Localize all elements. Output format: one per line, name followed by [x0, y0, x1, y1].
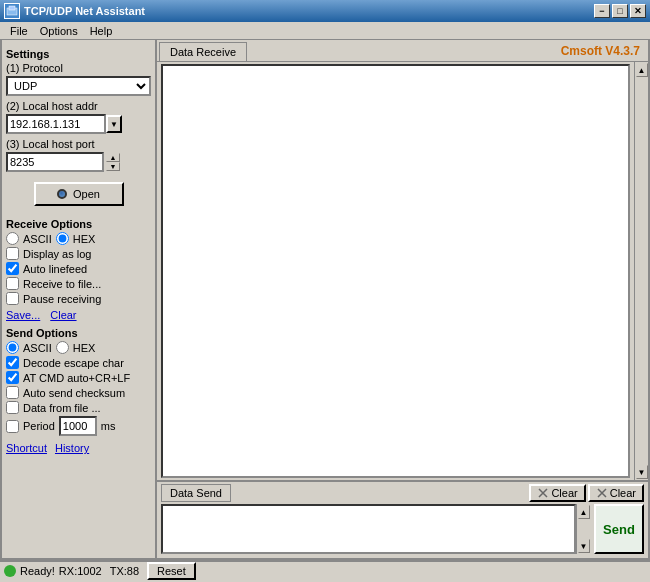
status-icon [4, 565, 16, 577]
send-ascii-label: ASCII [23, 342, 52, 354]
maximize-button[interactable]: □ [612, 4, 628, 18]
left-panel: Settings (1) Protocol UDP TCP Client TCP… [2, 40, 157, 558]
period-unit: ms [101, 420, 116, 432]
display-log-label: Display as log [23, 248, 91, 260]
app-icon [4, 3, 20, 19]
port-spin-up[interactable]: ▲ [106, 153, 120, 162]
receive-area-wrap: ▲ ▼ [157, 62, 648, 480]
send-hex-label: HEX [73, 342, 96, 354]
send-button[interactable]: Send [594, 504, 644, 554]
pause-receiving-label: Pause receiving [23, 293, 101, 305]
local-port-label: (3) Local host port [6, 138, 151, 150]
tx-count: TX:88 [110, 565, 139, 577]
ascii-radio[interactable] [6, 232, 19, 245]
reset-button[interactable]: Reset [147, 562, 196, 580]
clear-icon1 [537, 487, 549, 499]
at-cmd-checkbox[interactable] [6, 371, 19, 384]
data-send-section: Data Send Clear Clear [157, 480, 648, 558]
send-scroll-down[interactable]: ▼ [578, 539, 590, 553]
receive-options: Receive Options ASCII HEX Display as log… [6, 218, 151, 321]
send-ascii-radio[interactable] [6, 341, 19, 354]
auto-checksum-checkbox[interactable] [6, 386, 19, 399]
pause-receiving-checkbox[interactable] [6, 292, 19, 305]
brand-label: Cmsoft V4.3.7 [561, 44, 648, 58]
protocol-label: (1) Protocol [6, 62, 151, 74]
open-button[interactable]: Open [34, 182, 124, 206]
decode-escape-label: Decode escape char [23, 357, 124, 369]
data-receive-header: Data Receive Cmsoft V4.3.7 [157, 40, 648, 62]
menu-options[interactable]: Options [34, 23, 84, 39]
display-log-checkbox[interactable] [6, 247, 19, 260]
send-options-label: Send Options [6, 327, 151, 339]
auto-linefeed-checkbox[interactable] [6, 262, 19, 275]
close-button[interactable]: ✕ [630, 4, 646, 18]
status-right: RX:1002 TX:88 Reset [59, 562, 196, 580]
scroll-down-btn[interactable]: ▼ [636, 465, 648, 479]
send-scroll-up[interactable]: ▲ [578, 505, 590, 519]
clear-send-btn2[interactable]: Clear [588, 484, 644, 502]
menu-file[interactable]: File [4, 23, 34, 39]
clear-buttons: Clear Clear [529, 484, 644, 502]
local-addr-label: (2) Local host addr [6, 100, 151, 112]
clear-send-btn1[interactable]: Clear [529, 484, 585, 502]
data-from-file-label: Data from file ... [23, 402, 101, 414]
hex-label: HEX [73, 233, 96, 245]
receive-file-label: Receive to file... [23, 278, 101, 290]
data-send-header: Data Send Clear Clear [157, 482, 648, 504]
data-receive-content [161, 64, 630, 478]
send-options: Send Options ASCII HEX Decode escape cha… [6, 327, 151, 436]
menu-help[interactable]: Help [84, 23, 119, 39]
history-link[interactable]: History [55, 442, 89, 454]
data-send-tab[interactable]: Data Send [161, 484, 231, 502]
period-label: Period [23, 420, 55, 432]
local-port-input[interactable] [6, 152, 104, 172]
rx-count: RX:1002 [59, 565, 102, 577]
data-receive-tab[interactable]: Data Receive [159, 42, 247, 61]
data-send-textarea[interactable] [161, 504, 576, 554]
auto-checksum-label: Auto send checksum [23, 387, 125, 399]
clear-receive-link[interactable]: Clear [50, 309, 76, 321]
local-addr-input[interactable]: 192.168.1.131 [6, 114, 106, 134]
auto-linefeed-label: Auto linefeed [23, 263, 87, 275]
open-icon [57, 189, 67, 199]
hex-radio[interactable] [56, 232, 69, 245]
ready-text: Ready! [20, 565, 55, 577]
svg-rect-1 [9, 6, 15, 10]
ascii-label: ASCII [23, 233, 52, 245]
minimize-button[interactable]: − [594, 4, 610, 18]
decode-escape-checkbox[interactable] [6, 356, 19, 369]
window-title: TCP/UDP Net Assistant [24, 5, 145, 17]
menu-bar: File Options Help [0, 22, 650, 40]
save-link[interactable]: Save... [6, 309, 40, 321]
send-hex-radio[interactable] [56, 341, 69, 354]
data-send-body: ▲ ▼ Send [161, 504, 644, 554]
period-input[interactable] [59, 416, 97, 436]
main-container: Settings (1) Protocol UDP TCP Client TCP… [0, 40, 650, 560]
shortcut-link[interactable]: Shortcut [6, 442, 47, 454]
title-bar: TCP/UDP Net Assistant − □ ✕ [0, 0, 650, 22]
port-spin-down[interactable]: ▼ [106, 162, 120, 171]
clear-icon2 [596, 487, 608, 499]
receive-file-checkbox[interactable] [6, 277, 19, 290]
settings-label: Settings [6, 48, 151, 60]
data-from-file-checkbox[interactable] [6, 401, 19, 414]
protocol-select[interactable]: UDP TCP Client TCP Server [6, 76, 151, 96]
receive-options-label: Receive Options [6, 218, 151, 230]
at-cmd-label: AT CMD auto+CR+LF [23, 372, 130, 384]
period-checkbox[interactable] [6, 420, 19, 433]
status-bar: Ready! RX:1002 TX:88 Reset [0, 560, 650, 580]
addr-dropdown[interactable]: ▼ [106, 115, 122, 133]
right-panel: Data Receive Cmsoft V4.3.7 ▲ ▼ Data Send [157, 40, 648, 558]
scroll-up-btn[interactable]: ▲ [636, 63, 648, 77]
